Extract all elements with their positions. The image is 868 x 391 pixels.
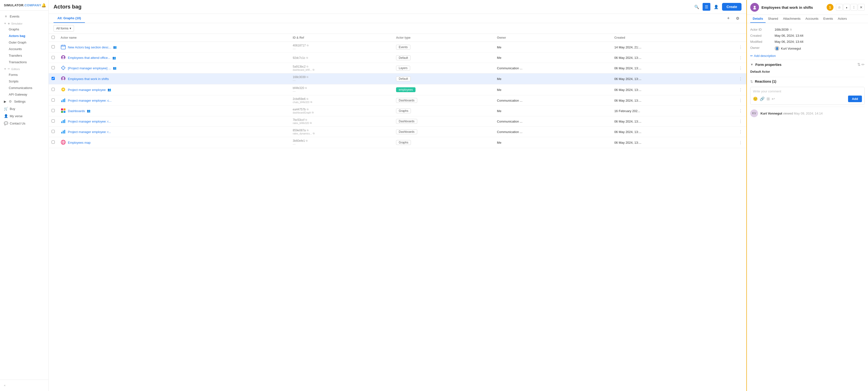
copy-actor-id-icon[interactable]: ⧉ xyxy=(790,28,792,31)
table-row[interactable]: Project manager employee: c... 2cbd59e6 … xyxy=(49,95,746,106)
table-row[interactable]: Employees that work in shifts 168c3039 ⧉… xyxy=(49,73,746,85)
rp-tab-shared[interactable]: Shared xyxy=(766,15,781,23)
row-more-button[interactable]: ⋮ xyxy=(738,119,743,124)
sidebar-item-simulator[interactable]: ▼ ◈ Simulator xyxy=(0,21,49,26)
copy-ref-icon[interactable]: ⧉ xyxy=(312,111,314,114)
row-checkbox[interactable] xyxy=(52,56,55,59)
sidebar-item-graphs[interactable]: Graphs xyxy=(0,26,49,33)
rp-tab-details[interactable]: Details xyxy=(750,15,766,23)
row-more-button[interactable]: ⋮ xyxy=(738,44,743,50)
copy-id-icon[interactable]: ⧉ xyxy=(306,139,308,142)
row-checkbox[interactable] xyxy=(52,66,55,69)
more-options-button[interactable]: ⋮ xyxy=(850,4,857,11)
copy-ref-icon[interactable]: ⧉ xyxy=(313,68,314,71)
add-comment-button[interactable]: Add xyxy=(848,96,862,102)
sidebar-item-events[interactable]: ≡ Events xyxy=(0,13,49,20)
row-more-button[interactable]: ⋮ xyxy=(738,98,743,103)
table-row[interactable]: [Project manager employee] ... 👥 5a913bc… xyxy=(49,63,746,73)
star-button[interactable]: ☆ xyxy=(836,4,843,11)
copy-id-icon[interactable]: ⧉ xyxy=(305,119,307,121)
diamond-button[interactable]: ⬧ xyxy=(843,4,850,11)
row-checkbox[interactable] xyxy=(52,130,55,133)
row-checkbox[interactable] xyxy=(52,45,55,48)
select-all-checkbox[interactable] xyxy=(52,36,55,39)
rp-tab-attachments[interactable]: Attachments xyxy=(781,15,803,23)
row-more-button[interactable]: ⋮ xyxy=(738,55,743,61)
row-checkbox[interactable] xyxy=(52,140,55,144)
create-button[interactable]: Create xyxy=(722,3,742,11)
list-view-button[interactable]: ☰ xyxy=(703,3,710,11)
row-more-button[interactable]: ⋮ xyxy=(738,108,743,114)
attachment-button[interactable]: 🔗 xyxy=(760,97,765,101)
table-row[interactable]: Project manager employee: r... 7bc53ccf … xyxy=(49,116,746,127)
activity-user: Kurt Vonnegut xyxy=(761,111,782,115)
row-checkbox[interactable] xyxy=(52,98,55,102)
sidebar-item-communications[interactable]: Communications xyxy=(0,85,49,91)
sidebar-item-buy[interactable]: 🛒 Buy xyxy=(0,105,49,112)
tab-all-graphs[interactable]: All: Graphs (10) xyxy=(54,14,85,23)
copy-id-icon[interactable]: ⧉ xyxy=(307,76,308,78)
table-row[interactable]: ✦ Project manager employee 👥 bf4fe320 ⧉ … xyxy=(49,85,746,95)
emoji-button[interactable]: 🙂 xyxy=(753,97,758,101)
row-checkbox[interactable] xyxy=(52,109,55,112)
copy-id-icon[interactable]: ⧉ xyxy=(307,44,308,47)
copy-id-icon[interactable]: ⧉ xyxy=(307,65,308,68)
reply-button[interactable]: ↩ xyxy=(772,97,775,101)
sidebar-item-transactions[interactable]: Transactions xyxy=(0,59,49,65)
sidebar-item-transfers[interactable]: Transfers xyxy=(0,52,49,59)
rp-tab-events[interactable]: Events xyxy=(821,15,835,23)
section-edit-button[interactable]: ✏ xyxy=(862,62,865,67)
sidebar-item-editors[interactable]: ▼ ✏ Editors xyxy=(0,66,49,71)
sidebar-item-forms[interactable]: Forms xyxy=(0,71,49,78)
copy-id-icon[interactable]: ⧉ xyxy=(305,87,307,90)
copy-id-icon[interactable]: ⧉ xyxy=(307,108,308,111)
sidebar-item-scripts[interactable]: Scripts xyxy=(0,78,49,85)
add-tab-button[interactable]: + xyxy=(724,14,732,22)
notification-bell-icon[interactable]: 🔔 xyxy=(41,3,46,7)
profile-button[interactable]: 👤 xyxy=(712,3,720,11)
rp-tab-actors[interactable]: Actors xyxy=(835,15,849,23)
table-row[interactable]: Employees that attend office... 👥 92dc7c… xyxy=(49,53,746,63)
copy-id-icon[interactable]: ⧉ xyxy=(306,57,308,59)
settings-tab-button[interactable]: ⚙ xyxy=(734,14,742,22)
row-checkbox[interactable] xyxy=(52,120,55,123)
row-more-button[interactable]: ⋮ xyxy=(738,65,743,71)
sidebar-item-outer-graph[interactable]: Outer Graph xyxy=(0,39,49,46)
section-expand-button[interactable]: ⇅ xyxy=(857,62,861,67)
row-checkbox[interactable] xyxy=(52,77,55,80)
row-more-button[interactable]: ⋮ xyxy=(738,76,743,82)
sidebar-item-api-gateway[interactable]: API Gateway xyxy=(0,91,49,98)
sidebar-item-actors-bag[interactable]: Actors bag xyxy=(0,33,49,39)
copy-id-icon[interactable]: ⧉ xyxy=(307,129,308,132)
rp-tab-accounts[interactable]: Accounts xyxy=(803,15,821,23)
collapse-sidebar-button[interactable]: « xyxy=(0,382,49,389)
table-row[interactable]: Dashboards 👥 ea44757b ⧉ dashboardGraph ⧉… xyxy=(49,106,746,116)
svg-point-5 xyxy=(63,56,64,58)
row-more-button[interactable]: ⋮ xyxy=(738,129,743,135)
sidebar-item-accounts[interactable]: Accounts xyxy=(0,46,49,52)
comment-placeholder[interactable]: Write your comment xyxy=(753,90,862,93)
close-button[interactable]: ✕ xyxy=(858,4,865,11)
svg-point-11 xyxy=(63,77,64,79)
copy-ref-icon[interactable]: ⧉ xyxy=(310,122,312,125)
copy-ref-icon[interactable]: ⧉ xyxy=(310,101,312,104)
copy-id-icon[interactable]: ⧉ xyxy=(307,98,308,100)
add-description-link[interactable]: ✏ Add description xyxy=(750,54,865,58)
sidebar-item-settings[interactable]: ▶ ⚙ Settings xyxy=(0,98,49,105)
actor-type-badge: Dashboards xyxy=(396,129,417,134)
search-button[interactable]: 🔍 xyxy=(693,3,701,11)
actor-type-icon: ✦ xyxy=(61,87,66,93)
created-cell: 06 May 2024, 13:... xyxy=(611,127,735,137)
table-row[interactable]: Project manager employee: r... 859e087a … xyxy=(49,127,746,137)
default-actor-label: Default Actor xyxy=(750,68,865,75)
row-more-button[interactable]: ⋮ xyxy=(738,140,743,145)
sidebar-item-contact-us[interactable]: 💬 Contact Us xyxy=(0,120,49,127)
row-more-button[interactable]: ⋮ xyxy=(738,87,743,93)
copy-ref-icon[interactable]: ⧉ xyxy=(313,132,315,135)
table-button[interactable]: ⊞ xyxy=(767,97,770,101)
table-row[interactable]: New Actors bag section desc... 👥 4061871… xyxy=(49,42,746,53)
sidebar-item-my-verse[interactable]: 👤 My verse xyxy=(0,112,49,120)
table-row[interactable]: Employees map 3b60efe1 ⧉ — Graphs Me 06 … xyxy=(49,137,746,148)
all-forms-button[interactable]: All forms ▾ xyxy=(54,25,74,32)
row-checkbox[interactable] xyxy=(52,88,55,91)
